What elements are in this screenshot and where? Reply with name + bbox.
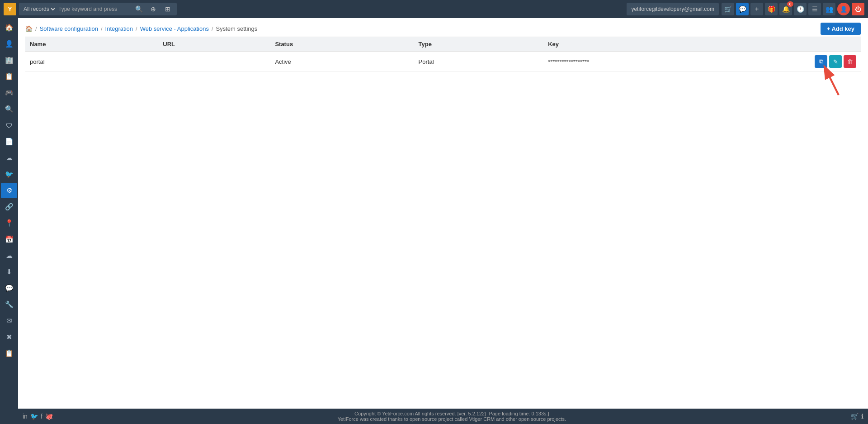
users-icon-btn[interactable]: 👥 [823,3,835,15]
sidebar-item-maps[interactable]: 📍 [1,215,17,231]
user-avatar-btn[interactable]: 👤 [837,3,850,15]
action-buttons: ⧉ ✎ 🗑 [815,55,856,68]
content-area: 🏠 / Software configuration / Integration… [18,18,868,409]
sidebar-item-docs[interactable]: 📄 [1,134,17,149]
search-filter-select[interactable]: All records Contacts Accounts [22,5,57,13]
topbar: Y All records Contacts Accounts 🔍 ⊕ ⊞ ye… [0,0,868,18]
footer-cart-icon[interactable]: 🛒 [851,413,859,420]
footer-info-icon[interactable]: ℹ [861,413,863,420]
keys-table: Name URL Status Type Key portal Active [25,37,861,72]
sidebar-item-org[interactable]: 🏢 [1,52,17,68]
sidebar-item-cloud2[interactable]: ☁ [1,248,17,263]
sidebar-item-contacts[interactable]: 👤 [1,36,17,52]
search-options-button[interactable]: ⊕ [147,3,160,15]
delete-key-button[interactable]: 🗑 [844,55,856,68]
app-logo[interactable]: Y [4,3,16,15]
sidebar-item-game[interactable]: 🎮 [1,85,17,100]
sidebar-item-security[interactable]: 🛡 [1,118,17,133]
sidebar-item-sms[interactable]: 💬 [1,281,17,296]
github-icon[interactable]: 🐙 [45,413,53,420]
sidebar: 🏠 👤 🏢 📋 🎮 🔍 🛡 📄 ☁ 🐦 ⚙ 🔗 📍 📅 ☁ ⬇ 💬 🔧 ✉ ✖ … [0,18,18,424]
breadcrumb-software-config-link[interactable]: Software configuration [40,25,98,32]
bell-icon-btn[interactable]: 🔔 6 [779,3,792,15]
main-layout: 🏠 👤 🏢 📋 🎮 🔍 🛡 📄 ☁ 🐦 ⚙ 🔗 📍 📅 ☁ ⬇ 💬 🔧 ✉ ✖ … [0,18,868,424]
table-row: portal Active Portal ****************** … [25,52,861,72]
footer-right-icons: 🛒 ℹ [851,413,863,420]
sidebar-item-twitter[interactable]: 🐦 [1,167,17,182]
row-url [158,52,270,72]
table-header-row: Name URL Status Type Key [25,37,861,52]
sidebar-item-reports[interactable]: 📋 [1,346,17,361]
sidebar-item-activities[interactable]: 📋 [1,69,17,84]
sidebar-item-cloud[interactable]: ☁ [1,150,17,166]
sidebar-item-link[interactable]: 🔗 [1,199,17,214]
add-key-button[interactable]: + Add key [821,23,861,35]
row-actions: ⧉ ✎ 🗑 [810,52,861,72]
notification-badge: 6 [787,1,793,7]
search-group: All records Contacts Accounts 🔍 ⊕ ⊞ [19,3,177,15]
facebook-icon[interactable]: f [41,413,42,420]
breadcrumb-webservice-link[interactable]: Web service - Applications [140,25,209,32]
breadcrumb-current: System settings [216,25,258,32]
col-type: Type [414,37,544,52]
content-wrapper: 🏠 / Software configuration / Integration… [18,18,868,424]
sidebar-item-settings[interactable]: ⚙ [1,183,17,198]
breadcrumb-home-link[interactable]: 🏠 [25,25,33,32]
cart-icon-btn[interactable]: 🛒 [722,3,734,15]
sidebar-item-calendar[interactable]: 📅 [1,232,17,247]
table-container: Name URL Status Type Key portal Active [18,37,868,409]
sidebar-item-close[interactable]: ✖ [1,329,17,345]
row-status: Active [270,52,414,72]
breadcrumb-sep-0: / [35,25,37,32]
col-actions [810,37,861,52]
search-input[interactable] [58,6,131,12]
col-url: URL [158,37,270,52]
history-icon-btn[interactable]: 🕐 [794,3,807,15]
edit-key-button[interactable]: ✎ [829,55,842,68]
breadcrumb-integration-link[interactable]: Integration [105,25,133,32]
col-key: Key [543,37,810,52]
twitter-icon[interactable]: 🐦 [30,413,38,420]
sidebar-item-email[interactable]: ✉ [1,313,17,329]
sidebar-item-search[interactable]: 🔍 [1,101,17,117]
linkedin-icon[interactable]: in [23,413,28,420]
breadcrumb-sep-3: / [212,25,213,32]
row-type: Portal [414,52,544,72]
breadcrumb: 🏠 / Software configuration / Integration… [25,25,821,32]
user-email: yetiforcegitdevelopery@gmail.com [627,3,719,15]
footer: in 🐦 f 🐙 Copyright © YetiForce.com All r… [18,409,868,424]
search-button[interactable]: 🔍 [132,3,145,15]
plus-icon-btn[interactable]: ＋ [750,3,763,15]
gift-icon-btn[interactable]: 🎁 [765,3,778,15]
footer-line2: YetiForce was created thanks to open sou… [53,416,851,422]
power-icon-btn[interactable]: ⏻ [852,3,864,15]
sidebar-item-home[interactable]: 🏠 [1,20,17,35]
footer-line1: Copyright © YetiForce.com All rights res… [53,411,851,416]
row-key: ****************** [543,52,810,72]
sidebar-item-tools[interactable]: 🔧 [1,297,17,312]
breadcrumb-sep-2: / [136,25,137,32]
topbar-right-icons: 🛒 💬 ＋ 🎁 🔔 6 🕐 ☰ 👥 👤 ⏻ [722,3,864,15]
chat-icon-btn[interactable]: 💬 [736,3,749,15]
menu-icon-btn[interactable]: ☰ [808,3,821,15]
breadcrumb-sep-1: / [101,25,103,32]
row-name: portal [25,52,158,72]
footer-social-icons: in 🐦 f 🐙 [23,413,53,420]
col-name: Name [25,37,158,52]
copy-key-button[interactable]: ⧉ [815,55,827,68]
sidebar-item-download[interactable]: ⬇ [1,264,17,280]
view-toggle-button[interactable]: ⊞ [161,3,174,15]
col-status: Status [270,37,414,52]
